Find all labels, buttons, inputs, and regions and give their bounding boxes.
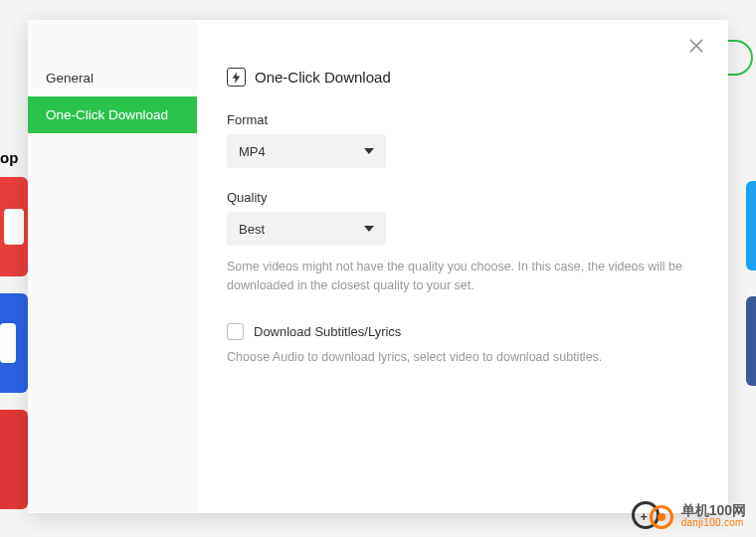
- bg-cropped-text: op: [0, 149, 18, 166]
- caret-down-icon: [364, 226, 374, 232]
- subtitles-hint: Choose Audio to download lyrics, select …: [227, 348, 698, 367]
- quality-select[interactable]: Best: [227, 212, 386, 246]
- format-value: MP4: [239, 144, 266, 159]
- bolt-icon: [227, 68, 246, 87]
- sidebar-item-general[interactable]: General: [28, 60, 197, 96]
- close-button[interactable]: [688, 38, 708, 58]
- bg-tile-blue: [0, 293, 28, 393]
- quality-value: Best: [239, 222, 265, 237]
- subtitles-checkbox[interactable]: [227, 323, 244, 340]
- section-title-text: One-Click Download: [255, 69, 391, 86]
- subtitles-label: Download Subtitles/Lyrics: [254, 324, 401, 339]
- format-select[interactable]: MP4: [227, 134, 386, 168]
- watermark-url: danji100.com: [681, 518, 746, 529]
- settings-sidebar: General One-Click Download: [28, 20, 197, 513]
- format-label: Format: [227, 112, 698, 127]
- watermark-logo-icon: +: [632, 499, 675, 533]
- subtitles-row: Download Subtitles/Lyrics: [227, 323, 698, 340]
- watermark: + 单机100网 danji100.com: [632, 499, 746, 533]
- close-icon: [688, 38, 704, 54]
- settings-modal: General One-Click Download One-Click Dow…: [28, 20, 728, 513]
- watermark-title: 单机100网: [681, 503, 746, 518]
- quality-hint: Some videos might not have the quality y…: [227, 258, 698, 295]
- bg-tile-red-2: [0, 410, 28, 509]
- bg-tab-right-1: [746, 181, 756, 270]
- settings-content: One-Click Download Format MP4 Quality Be…: [197, 20, 728, 513]
- bg-tile-red-1: [0, 177, 28, 276]
- quality-label: Quality: [227, 190, 698, 205]
- sidebar-item-one-click-download[interactable]: One-Click Download: [28, 96, 197, 133]
- bg-tab-right-2: [746, 296, 756, 386]
- caret-down-icon: [364, 148, 374, 154]
- section-title: One-Click Download: [227, 68, 698, 87]
